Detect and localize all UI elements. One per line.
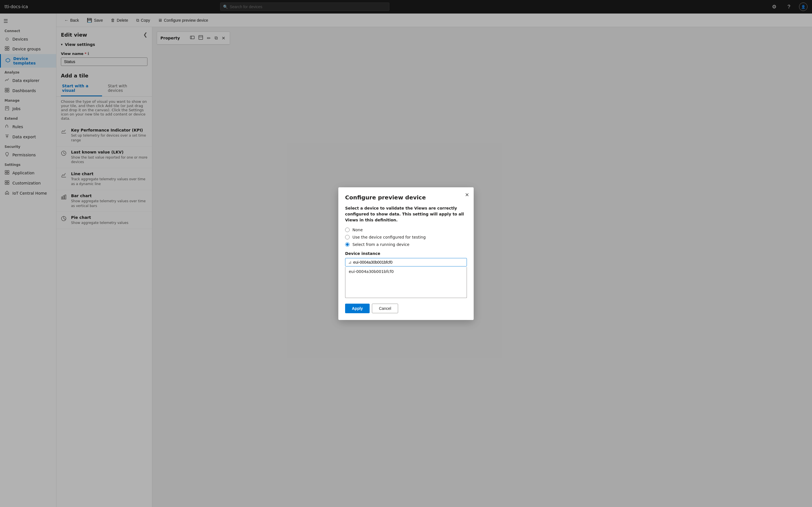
radio-running[interactable]: Select from a running device [345, 242, 467, 247]
apply-button[interactable]: Apply [345, 304, 370, 313]
filter-icon: ⊿ [348, 260, 352, 265]
overlay-backdrop: ✕ Configure preview device Select a devi… [0, 0, 812, 507]
radio-none[interactable]: None [345, 228, 467, 232]
radio-none-label[interactable]: None [352, 228, 363, 232]
configure-preview-dialog: ✕ Configure preview device Select a devi… [338, 187, 474, 320]
radio-running-input[interactable] [345, 242, 350, 247]
radio-none-input[interactable] [345, 228, 350, 232]
device-dropdown: eui-0004a30b001bfcf0 [345, 267, 467, 298]
dialog-description: Select a device to validate the Views ar… [345, 205, 467, 223]
radio-running-label[interactable]: Select from a running device [352, 242, 409, 247]
radio-testing-label[interactable]: Use the device configured for testing [352, 235, 426, 239]
device-instance-label: Device instance [345, 251, 467, 256]
radio-testing-input[interactable] [345, 235, 350, 239]
dialog-actions: Apply Cancel [345, 304, 467, 313]
dialog-title: Configure preview device [345, 194, 467, 201]
radio-testing[interactable]: Use the device configured for testing [345, 235, 467, 239]
cancel-button[interactable]: Cancel [372, 304, 398, 313]
dialog-close-button[interactable]: ✕ [465, 192, 469, 198]
device-search-input[interactable] [353, 260, 464, 265]
device-search-wrap: ⊿ [345, 258, 467, 267]
device-option-0[interactable]: eui-0004a30b001bfcf0 [345, 267, 467, 276]
